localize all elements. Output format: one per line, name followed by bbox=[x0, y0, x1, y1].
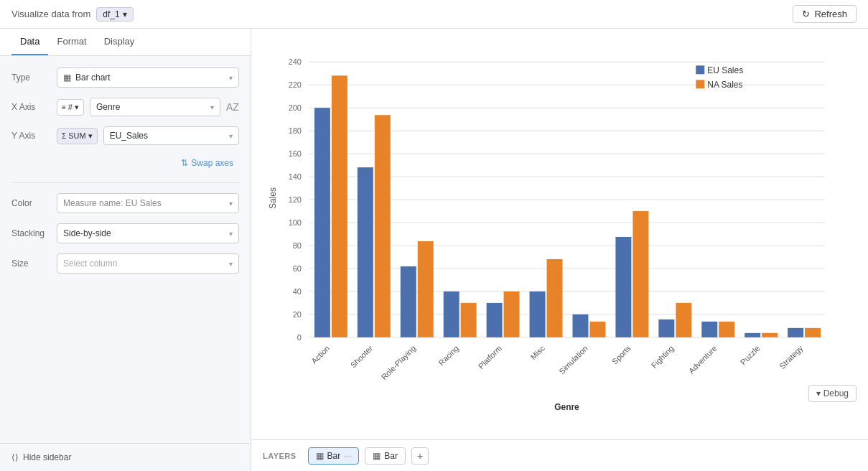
bar-simulation-eu bbox=[572, 314, 588, 337]
sidebar-content: Type ▦ Bar chart ▾ X Axis ≡ # ▾ bbox=[0, 56, 251, 443]
stacking-row: Stacking Side-by-side ▾ bbox=[11, 223, 239, 243]
bar-sports-na bbox=[633, 211, 648, 337]
df-selector[interactable]: df_1 ▾ bbox=[96, 7, 133, 22]
bar-strategy-eu bbox=[788, 328, 803, 337]
bar-shooter-na bbox=[375, 115, 391, 337]
content-area: 240 220 200 180 160 140 bbox=[251, 29, 868, 471]
xlabel-sports: Sports bbox=[610, 343, 633, 365]
xaxis-type: # bbox=[68, 103, 73, 111]
tab-format[interactable]: Format bbox=[48, 29, 95, 55]
chart-container: 240 220 200 180 160 140 bbox=[251, 29, 868, 439]
legend-na-swatch bbox=[696, 80, 704, 88]
stacking-select[interactable]: Side-by-side ▾ bbox=[57, 223, 239, 243]
yaxis-column-select[interactable]: EU_Sales ▾ bbox=[103, 126, 239, 145]
xlabel-roleplaying: Role-Playing bbox=[380, 344, 417, 381]
svg-text:160: 160 bbox=[289, 149, 302, 158]
bar-strategy-na bbox=[805, 328, 821, 337]
hide-sidebar-button[interactable]: ⟨⟩ Hide sidebar bbox=[0, 443, 251, 471]
svg-text:100: 100 bbox=[289, 218, 302, 227]
xaxis-row: X Axis ≡ # ▾ Genre ▾ AZ bbox=[11, 98, 239, 116]
divider-1 bbox=[11, 182, 239, 183]
xaxis-type-badge[interactable]: ≡ # ▾ bbox=[57, 99, 84, 116]
svg-text:240: 240 bbox=[289, 57, 302, 66]
sidebar-toggle-icon: ⟨⟩ bbox=[11, 452, 19, 462]
swap-axes-row: ⇅ Swap axes bbox=[11, 155, 239, 171]
svg-text:140: 140 bbox=[289, 172, 302, 181]
legend-eu-swatch bbox=[696, 65, 704, 74]
layers-label: LAYERS bbox=[263, 452, 297, 460]
bar-misc-na bbox=[547, 259, 563, 337]
xlabel-strategy: Strategy bbox=[778, 343, 805, 370]
yaxis-agg-badge[interactable]: Σ SUM ▾ bbox=[57, 128, 98, 144]
plus-icon: + bbox=[417, 450, 423, 462]
type-control-inner: ▦ Bar chart bbox=[63, 73, 111, 83]
visualize-label: Visualize data from bbox=[11, 9, 90, 19]
bar-fighting-na bbox=[676, 303, 691, 337]
svg-text:40: 40 bbox=[293, 287, 302, 296]
size-row: Size Select column ▾ bbox=[11, 253, 239, 274]
yaxis-agg-chevron: ▾ bbox=[88, 131, 93, 141]
type-value: Bar chart bbox=[75, 73, 111, 83]
df-name: df_1 bbox=[103, 9, 119, 19]
svg-text:200: 200 bbox=[289, 103, 302, 112]
tab-bar-1-more-icon[interactable]: ··· bbox=[344, 451, 351, 461]
xaxis-chevron-icon: ▾ bbox=[210, 103, 214, 111]
bar-puzzle-na bbox=[762, 333, 778, 337]
refresh-icon: ↻ bbox=[802, 9, 810, 19]
x-axis-title: Genre bbox=[554, 402, 579, 412]
bar-action-na bbox=[332, 75, 347, 337]
xlabel-simulation: Simulation bbox=[557, 344, 589, 376]
xlabel-shooter: Shooter bbox=[349, 343, 375, 369]
xaxis-label: X Axis bbox=[11, 102, 51, 112]
bar-sports-eu bbox=[615, 237, 631, 337]
bar-misc-eu bbox=[530, 292, 546, 337]
sort-az-icon[interactable]: AZ bbox=[226, 101, 239, 113]
sidebar: Data Format Display Type ▦ Bar chart ▾ bbox=[0, 29, 251, 471]
color-chevron-icon: ▾ bbox=[229, 200, 233, 207]
bar-racing-na bbox=[461, 303, 477, 337]
tab-bar-1[interactable]: ▦ Bar ··· bbox=[308, 447, 360, 465]
tab-display[interactable]: Display bbox=[95, 29, 144, 55]
debug-button[interactable]: ▾ Debug bbox=[808, 385, 857, 402]
svg-text:180: 180 bbox=[289, 126, 302, 135]
swap-axes-label: Swap axes bbox=[191, 158, 233, 168]
refresh-button[interactable]: ↻ Refresh bbox=[793, 5, 857, 23]
bar-simulation-na bbox=[589, 322, 605, 337]
yaxis-label: Y Axis bbox=[11, 131, 51, 141]
hide-sidebar-label: Hide sidebar bbox=[23, 452, 71, 462]
xaxis-column-select[interactable]: Genre ▾ bbox=[90, 98, 220, 116]
type-select[interactable]: ▦ Bar chart ▾ bbox=[57, 67, 239, 88]
type-chevron-icon: ▾ bbox=[229, 74, 233, 82]
bar-platform-na bbox=[504, 292, 520, 337]
refresh-label: Refresh bbox=[814, 9, 847, 19]
stacking-label: Stacking bbox=[11, 228, 51, 238]
color-value: Measure name: EU Sales bbox=[63, 198, 162, 208]
debug-label: Debug bbox=[823, 388, 849, 398]
bar-adventure-eu bbox=[701, 322, 717, 337]
bar-action-eu bbox=[314, 108, 330, 337]
legend-na-label: NA Sales bbox=[707, 80, 742, 90]
size-select[interactable]: Select column ▾ bbox=[57, 253, 239, 274]
chevron-down-icon: ▾ bbox=[816, 388, 821, 398]
add-tab-button[interactable]: + bbox=[411, 447, 429, 465]
bar-roleplaying-eu bbox=[401, 266, 416, 337]
swap-axes-button[interactable]: ⇅ Swap axes bbox=[175, 155, 239, 171]
bar-roleplaying-na bbox=[418, 241, 434, 337]
bar-fighting-eu bbox=[658, 320, 674, 337]
xlabel-platform: Platform bbox=[477, 344, 503, 370]
tab-data[interactable]: Data bbox=[11, 29, 48, 55]
xlabel-puzzle: Puzzle bbox=[739, 344, 762, 367]
svg-text:20: 20 bbox=[293, 310, 302, 319]
top-bar-left: Visualize data from df_1 ▾ bbox=[11, 7, 134, 22]
color-select[interactable]: Measure name: EU Sales ▾ bbox=[57, 193, 239, 213]
sidebar-tabs: Data Format Display bbox=[0, 29, 251, 56]
top-bar: Visualize data from df_1 ▾ ↻ Refresh bbox=[0, 0, 868, 29]
chevron-down-icon: ▾ bbox=[123, 9, 127, 19]
yaxis-chevron-icon: ▾ bbox=[229, 132, 233, 140]
tab-bar-2[interactable]: ▦ Bar bbox=[365, 447, 406, 465]
bar-racing-eu bbox=[444, 292, 459, 337]
main-layout: Data Format Display Type ▦ Bar chart ▾ bbox=[0, 29, 868, 471]
list-icon: ≡ bbox=[62, 103, 66, 111]
yaxis-row: Y Axis Σ SUM ▾ EU_Sales ▾ bbox=[11, 126, 239, 145]
bar-platform-eu bbox=[487, 303, 503, 337]
